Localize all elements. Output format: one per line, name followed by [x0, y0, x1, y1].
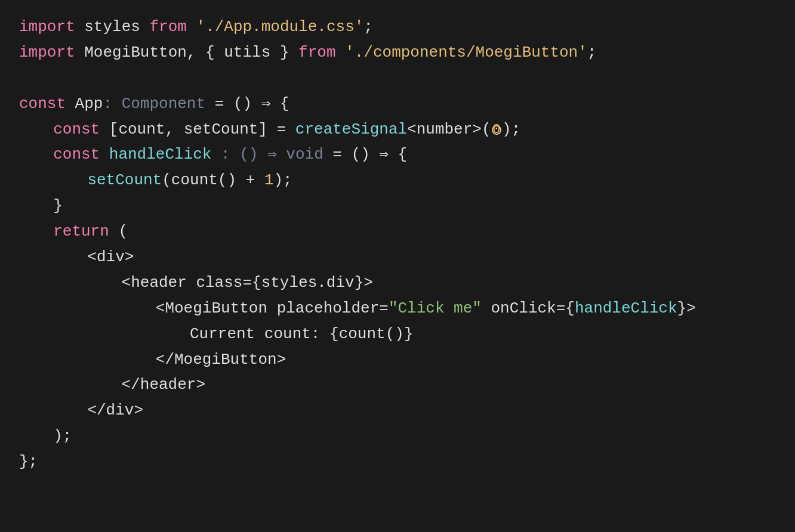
code-line-1: import styles from './App.module.css'; — [19, 14, 776, 40]
token-tag-moegibutton-close: </MoegiButton> — [156, 347, 286, 373]
token-text — [100, 142, 109, 168]
code-line-15: </header> — [19, 372, 776, 398]
code-line-16: </div> — [19, 398, 776, 423]
token-text: = () — [323, 142, 380, 168]
token-fn-createsignal: createSignal — [295, 117, 407, 143]
token-text: = () — [205, 91, 261, 117]
code-line-2: import MoegiButton, { utils } from './co… — [19, 40, 776, 66]
token-num-one: 1 — [264, 168, 274, 193]
code-line-6: const handleClick : () ⇒ void = () ⇒ { — [19, 142, 776, 168]
token-type-2: : () ⇒ void — [211, 142, 323, 168]
code-line-13: Current count: {count()} — [19, 321, 776, 347]
code-line-4: const App: Component = () ⇒ { — [19, 91, 776, 117]
code-line-10: <div> — [19, 245, 776, 270]
token-string-1: './App.module.css' — [196, 14, 363, 40]
token-fn-handleclick: handleClick — [109, 142, 212, 168]
token-tag-header-close: </header> — [122, 372, 205, 398]
token-import-1: import — [19, 14, 75, 40]
code-line-12: <MoegiButton placeholder="Click me" onCl… — [19, 296, 776, 321]
code-line-7: setCount(count() + 1); — [19, 168, 776, 193]
token-text — [336, 40, 346, 66]
token-text: ( — [109, 219, 128, 245]
code-line-17: ); — [19, 423, 776, 449]
token-text: App — [66, 91, 103, 117]
token-arrow-2: ⇒ — [379, 142, 389, 168]
token-text: ); — [502, 117, 520, 143]
code-line-9: return ( — [19, 219, 776, 245]
token-tag-div-open: <div> — [87, 245, 134, 270]
code-line-8: } — [19, 193, 776, 219]
token-text — [187, 14, 196, 40]
code-line-3 — [19, 66, 776, 91]
token-arrow: ⇒ — [261, 91, 271, 117]
token-text: (count() + — [162, 168, 264, 193]
token-num-zero: 0 — [492, 125, 502, 135]
token-type-1: : Component — [103, 91, 205, 117]
token-text: { — [270, 91, 289, 117]
token-text-current-count: Current count: {count()} — [190, 321, 413, 347]
token-text: [count, setCount] = — [100, 117, 295, 143]
token-text: }> — [677, 296, 696, 321]
token-fn-setcount: setCount — [87, 168, 162, 193]
code-line-5: const [count, setCount] = createSignal<n… — [19, 117, 776, 143]
token-jsx-str: "Click me" — [389, 296, 482, 321]
token-text: onClick={ — [482, 296, 575, 321]
token-string-2: './components/MoegiButton' — [345, 40, 587, 66]
token-text: }; — [19, 449, 38, 475]
token-text: MoegiButton, { utils } — [75, 40, 298, 66]
token-punct: ; — [587, 40, 597, 66]
token-return: return — [53, 219, 109, 245]
code-line-11: <header class={styles.div}> — [19, 270, 776, 296]
token-from-1: from — [149, 14, 186, 40]
token-text: <number>( — [407, 117, 491, 143]
token-from-2: from — [298, 40, 335, 66]
token-text: { — [389, 142, 407, 168]
token-fn-handleclick-ref: handleClick — [575, 296, 677, 321]
token-text: ); — [273, 168, 292, 193]
token-const-1: const — [19, 91, 66, 117]
token-text: } — [53, 193, 63, 219]
token-text: ); — [53, 423, 72, 449]
token-const-2: const — [53, 117, 100, 143]
code-line-14: </MoegiButton> — [19, 347, 776, 373]
token-punct: ; — [363, 14, 373, 40]
token-tag-div-close: </div> — [87, 398, 143, 423]
token-import-2: import — [19, 40, 75, 66]
token-const-3: const — [53, 142, 100, 168]
token-tag-header-open: <header class={styles.div}> — [122, 270, 373, 296]
token-tag-moegibutton-open: <MoegiButton placeholder= — [156, 296, 389, 321]
token-text: styles — [75, 14, 150, 40]
code-editor: import styles from './App.module.css'; i… — [0, 0, 795, 532]
code-line-18: }; — [19, 449, 776, 475]
